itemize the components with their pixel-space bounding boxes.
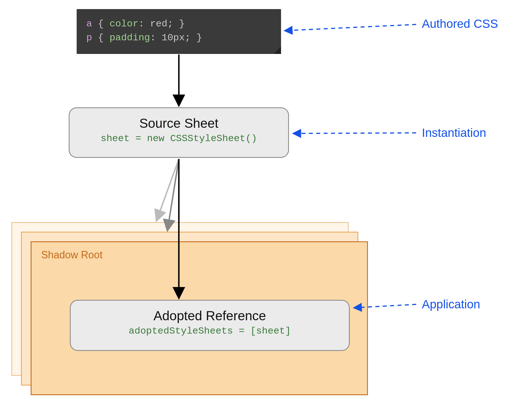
shadow-root-label: Shadow Root	[41, 249, 102, 261]
code-value: red	[150, 18, 167, 29]
adopted-reference-box: Adopted Reference adoptedStyleSheets = […	[70, 300, 350, 351]
arrow-source-to-shadow-faded2	[157, 159, 179, 220]
annotation-application: Application	[422, 298, 480, 311]
code-punct: ; }	[185, 32, 202, 43]
annotation-instantiation: Instantiation	[422, 126, 486, 140]
code-value: 10px	[162, 32, 185, 43]
code-punct: :	[139, 18, 150, 29]
source-sheet-title: Source Sheet	[70, 116, 288, 131]
code-property: padding	[110, 32, 150, 43]
diagram-canvas: a { color: red; } p { padding: 10px; } S…	[0, 0, 532, 406]
code-punct: {	[92, 32, 109, 43]
page-fold-icon	[274, 47, 281, 54]
code-punct: :	[150, 32, 162, 43]
authored-css-code-block: a { color: red; } p { padding: 10px; }	[77, 9, 281, 54]
code-line-2: p { padding: 10px; }	[86, 31, 271, 45]
adopted-reference-code: adoptedStyleSheets = [sheet]	[71, 326, 349, 336]
code-selector: a	[86, 18, 92, 29]
adopted-reference-title: Adopted Reference	[71, 308, 349, 323]
source-sheet-code: sheet = new CSSStyleSheet()	[70, 133, 288, 144]
code-punct: {	[92, 18, 109, 29]
code-property: color	[110, 18, 139, 29]
arrow-source-to-shadow-faded1	[167, 159, 179, 230]
code-selector: p	[86, 32, 92, 43]
code-line-1: a { color: red; }	[86, 17, 271, 31]
source-sheet-box: Source Sheet sheet = new CSSStyleSheet()	[69, 107, 289, 158]
connector-instantiation	[294, 133, 416, 133]
connector-authored-css	[285, 24, 416, 31]
annotation-authored-css: Authored CSS	[422, 17, 498, 31]
code-punct: ; }	[167, 18, 185, 29]
